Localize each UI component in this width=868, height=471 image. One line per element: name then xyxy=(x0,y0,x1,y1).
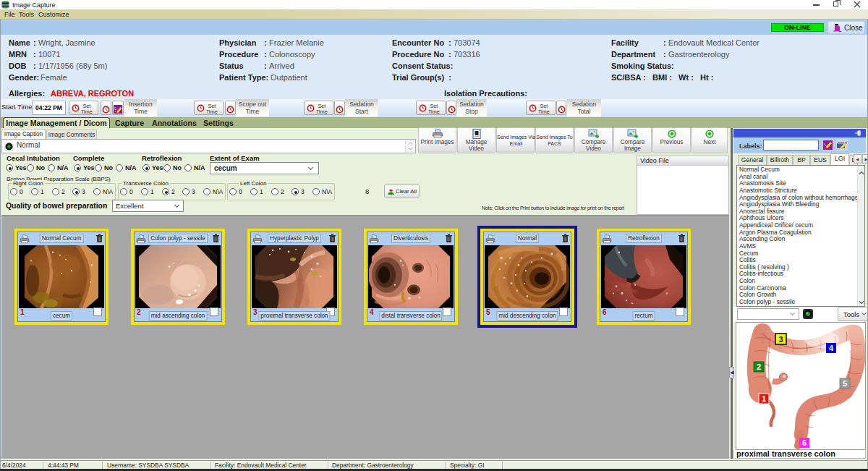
svg-text:4: 4 xyxy=(829,344,834,352)
svg-text:1: 1 xyxy=(762,394,766,403)
svg-text:2: 2 xyxy=(757,362,761,371)
svg-text:5: 5 xyxy=(843,379,847,388)
svg-text:3: 3 xyxy=(778,335,783,344)
svg-text:6: 6 xyxy=(802,438,807,447)
